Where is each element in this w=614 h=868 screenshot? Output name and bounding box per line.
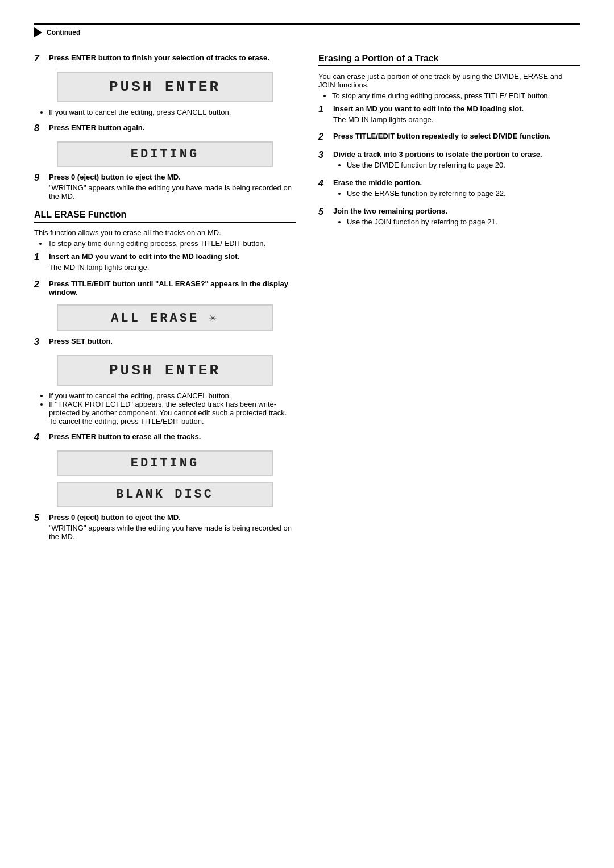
all-erase-step-3-bullet-2: If "TRACK PROTECTED" appears, the select… bbox=[49, 400, 296, 425]
erasing-portion-bullets: To stop any time during editing process,… bbox=[324, 91, 580, 100]
erasing-portion-title: Erasing a Portion of a Track bbox=[318, 53, 580, 64]
header-bar: Continued bbox=[34, 23, 580, 37]
step-8: 8 Press ENTER button again. bbox=[34, 123, 296, 133]
all-erase-bullet-1: To stop any time during editing process,… bbox=[48, 239, 296, 248]
all-erase-step-3-num: 3 bbox=[34, 337, 47, 347]
erase-portion-step-3-bold: Divide a track into 3 portions to isolat… bbox=[333, 150, 580, 158]
all-erase-step-2-content: Press TITLE/EDIT button until "ALL ERASE… bbox=[49, 279, 296, 297]
erase-portion-step-1-content: Insert an MD you want to edit into the M… bbox=[333, 105, 580, 124]
all-erase-desc-text: This function allows you to erase all th… bbox=[34, 228, 296, 237]
all-erase-step-1-normal: The MD IN lamp lights orange. bbox=[49, 263, 296, 272]
all-erase-step-4-num: 4 bbox=[34, 432, 47, 443]
all-erase-step-5: 5 Press 0 (eject) button to eject the MD… bbox=[34, 513, 296, 541]
step-9-num: 9 bbox=[34, 173, 47, 183]
all-erase-step-4-bold: Press ENTER button to erase all the trac… bbox=[49, 432, 296, 441]
triangle-icon bbox=[34, 27, 42, 37]
all-erase-step-2: 2 Press TITLE/EDIT button until "ALL ERA… bbox=[34, 279, 296, 297]
erase-portion-step-4-bullet-1: Use the ERASE function by referring to p… bbox=[347, 189, 580, 198]
all-erase-step-3-bold: Press SET button. bbox=[49, 337, 296, 345]
erasing-portion-desc-text: You can erase just a portion of one trac… bbox=[318, 72, 580, 89]
all-erase-step-3-content: Press SET button. bbox=[49, 337, 296, 345]
erase-portion-step-1-num: 1 bbox=[318, 105, 331, 115]
erase-portion-step-5-num: 5 bbox=[318, 207, 331, 217]
step-8-num: 8 bbox=[34, 123, 47, 133]
erase-portion-step-1-bold: Insert an MD you want to edit into the M… bbox=[333, 105, 580, 113]
all-erase-step-3-bullet-1: If you want to cancel the editing, press… bbox=[49, 391, 296, 400]
all-erase-step-3-bullets: If you want to cancel the editing, press… bbox=[49, 391, 296, 425]
erase-portion-step-5-bullet-1: Use the JOIN function by referring to pa… bbox=[347, 218, 580, 226]
erase-portion-step-4-num: 4 bbox=[318, 178, 331, 189]
erase-portion-step-1: 1 Insert an MD you want to edit into the… bbox=[318, 105, 580, 124]
erase-portion-step-5-bullets: Use the JOIN function by referring to pa… bbox=[339, 218, 580, 226]
all-erase-desc: This function allows you to erase all th… bbox=[34, 228, 296, 248]
all-erase-step-1-bold: Insert an MD you want to edit into the M… bbox=[49, 252, 296, 261]
erase-portion-step-3-content: Divide a track into 3 portions to isolat… bbox=[333, 150, 580, 170]
erase-portion-step-5-bold: Join the two remaining portions. bbox=[333, 207, 580, 215]
erasing-portion-desc: You can erase just a portion of one trac… bbox=[318, 72, 580, 100]
erase-portion-step-3-bullet-1: Use the DIVIDE function by referring to … bbox=[347, 161, 580, 169]
all-erase-step-5-bold: Press 0 (eject) button to eject the MD. bbox=[49, 513, 296, 521]
display-editing-2: EDITING bbox=[57, 450, 273, 476]
all-erase-step-1-content: Insert an MD you want to edit into the M… bbox=[49, 252, 296, 272]
all-erase-section: ALL ERASE Function This function allows … bbox=[34, 210, 296, 541]
all-erase-step-4: 4 Press ENTER button to erase all the tr… bbox=[34, 432, 296, 443]
erasing-portion-bullet-1: To stop any time during editing process,… bbox=[332, 91, 580, 100]
step-8-text: Press ENTER button again. bbox=[49, 123, 296, 132]
erase-portion-step-2-content: Press TITLE/EDIT button repeatedly to se… bbox=[333, 132, 580, 140]
all-erase-header: ALL ERASE Function bbox=[34, 210, 296, 223]
all-erase-step-2-num: 2 bbox=[34, 279, 47, 290]
erase-portion-step-4-content: Erase the middle portion. Use the ERASE … bbox=[333, 178, 580, 199]
display-push-enter-1: PUSH ENTER bbox=[57, 72, 273, 102]
all-erase-step-2-bold: Press TITLE/EDIT button until "ALL ERASE… bbox=[49, 279, 296, 297]
erase-portion-step-2-num: 2 bbox=[318, 132, 331, 142]
all-erase-step-1-num: 1 bbox=[34, 252, 47, 262]
step-9: 9 Press 0 (eject) button to eject the MD… bbox=[34, 173, 296, 201]
step-9-content: Press 0 (eject) button to eject the MD. … bbox=[49, 173, 296, 201]
display-editing-1: EDITING bbox=[57, 141, 273, 167]
all-erase-step-4-content: Press ENTER button to erase all the trac… bbox=[49, 432, 296, 441]
erasing-portion-header: Erasing a Portion of a Track bbox=[318, 53, 580, 66]
step-7: 7 Press ENTER button to finish your sele… bbox=[34, 53, 296, 64]
all-erase-step-1: 1 Insert an MD you want to edit into the… bbox=[34, 252, 296, 272]
step-7-bullets: If you want to cancel the editing, press… bbox=[49, 108, 296, 116]
step-7-content: Press ENTER button to finish your select… bbox=[49, 53, 296, 62]
display-push-enter-2: PUSH ENTER bbox=[57, 355, 273, 386]
columns: 7 Press ENTER button to finish your sele… bbox=[34, 53, 580, 549]
erase-portion-step-3: 3 Divide a track into 3 portions to isol… bbox=[318, 150, 580, 170]
erase-portion-step-1-normal: The MD IN lamp lights orange. bbox=[333, 115, 580, 124]
all-erase-step-5-num: 5 bbox=[34, 513, 47, 523]
erase-portion-step-2: 2 Press TITLE/EDIT button repeatedly to … bbox=[318, 132, 580, 142]
page: Continued 7 Press ENTER button to finish… bbox=[0, 0, 614, 868]
erase-portion-step-2-bold: Press TITLE/EDIT button repeatedly to se… bbox=[333, 132, 580, 140]
right-column: Erasing a Portion of a Track You can era… bbox=[318, 53, 580, 549]
all-erase-title: ALL ERASE Function bbox=[34, 210, 296, 220]
step-9-bold: Press 0 (eject) button to eject the MD. bbox=[49, 173, 296, 181]
step-7-text: Press ENTER button to finish your select… bbox=[49, 53, 296, 62]
erase-portion-step-3-bullets: Use the DIVIDE function by referring to … bbox=[339, 161, 580, 169]
display-blank-disc: BLANK DISC bbox=[57, 482, 273, 507]
continued-label: Continued bbox=[47, 28, 80, 36]
erase-portion-step-3-num: 3 bbox=[318, 150, 331, 160]
all-erase-step-5-normal: "WRITING" appears while the editing you … bbox=[49, 524, 296, 541]
left-column: 7 Press ENTER button to finish your sele… bbox=[34, 53, 296, 549]
step-7-num: 7 bbox=[34, 53, 47, 64]
all-erase-step-3: 3 Press SET button. bbox=[34, 337, 296, 347]
display-all-erase: ALL ERASE ✳ bbox=[57, 304, 273, 331]
erase-portion-step-4-bullets: Use the ERASE function by referring to p… bbox=[339, 189, 580, 198]
erase-portion-step-5: 5 Join the two remaining portions. Use t… bbox=[318, 207, 580, 227]
erase-portion-step-4-bold: Erase the middle portion. bbox=[333, 178, 580, 187]
all-erase-bullets: To stop any time during editing process,… bbox=[40, 239, 296, 248]
erase-portion-step-5-content: Join the two remaining portions. Use the… bbox=[333, 207, 580, 227]
step-7-bullet-1: If you want to cancel the editing, press… bbox=[49, 108, 296, 116]
all-erase-step-5-content: Press 0 (eject) button to eject the MD. … bbox=[49, 513, 296, 541]
erase-portion-step-4: 4 Erase the middle portion. Use the ERAS… bbox=[318, 178, 580, 199]
step-9-normal: "WRITING" appears while the editing you … bbox=[49, 183, 296, 201]
step-8-content: Press ENTER button again. bbox=[49, 123, 296, 132]
